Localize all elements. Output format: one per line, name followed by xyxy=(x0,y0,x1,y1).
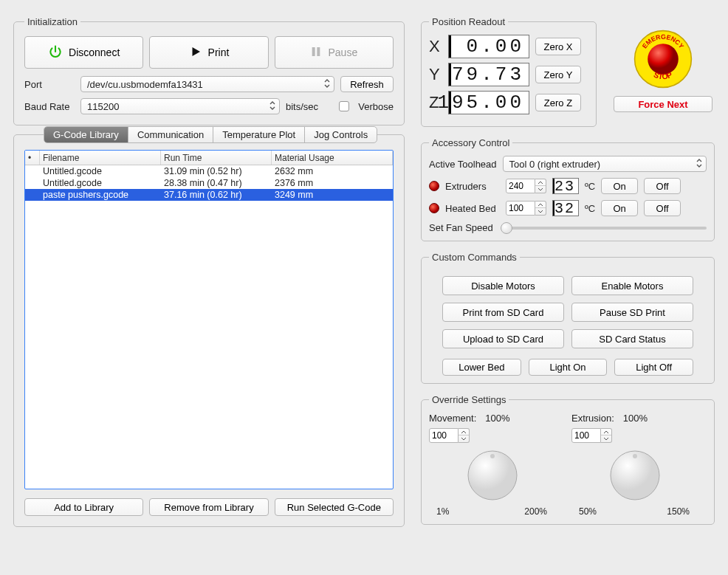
tab-temperature-plot[interactable]: Temperature Plot xyxy=(213,127,305,142)
table-row[interactable]: paste pushers.gcode37.16 min (0.62 hr)32… xyxy=(25,189,393,201)
extruders-off-button[interactable]: Off xyxy=(644,178,681,194)
remove-from-library-button[interactable]: Remove from Library xyxy=(149,498,268,516)
table-row[interactable]: Untitled.gcode28.38 min (0.47 hr)2376 mm xyxy=(25,177,393,189)
zero-axis-button[interactable]: Zero Z xyxy=(535,94,581,111)
extruders-setpoint-stepper[interactable] xyxy=(506,179,546,193)
gcode-table-header: • Filename Run Time Material Usage xyxy=(25,151,393,165)
light-on-button[interactable]: Light On xyxy=(529,359,608,376)
power-icon xyxy=(48,44,63,61)
bed-on-button[interactable]: On xyxy=(601,200,638,216)
extrusion-input[interactable] xyxy=(571,428,601,443)
tab-communication[interactable]: Communication xyxy=(128,127,213,142)
movement-stepper[interactable] xyxy=(429,428,470,443)
upload-sd-button[interactable]: Upload to SD Card xyxy=(442,329,564,348)
stepper-spin[interactable] xyxy=(601,428,612,443)
enable-motors-button[interactable]: Enable Motors xyxy=(571,276,693,295)
pause-button[interactable]: Pause xyxy=(275,36,394,69)
combo-arrows-icon xyxy=(696,158,703,171)
active-toolhead-value: Tool 0 (right extruder) xyxy=(509,159,601,170)
pause-sd-button[interactable]: Pause SD Print xyxy=(571,303,693,322)
print-sd-button[interactable]: Print from SD Card xyxy=(442,303,564,322)
zero-axis-button[interactable]: Zero X xyxy=(535,38,581,55)
cell-filename: Untitled.gcode xyxy=(40,178,161,188)
custom-commands-group: Custom Commands Disable Motors Enable Mo… xyxy=(421,252,715,384)
stepper-spin[interactable] xyxy=(535,201,546,216)
pause-label: Pause xyxy=(328,47,357,58)
pause-icon xyxy=(310,45,322,61)
force-next-button[interactable]: Force Next xyxy=(614,96,712,112)
stepper-spin[interactable] xyxy=(535,179,546,193)
initialization-legend: Initialization xyxy=(24,16,80,27)
position-readout-group: Position Readout X0.00Zero XY79.73Zero Y… xyxy=(421,16,597,127)
col-filename[interactable]: Filename xyxy=(40,151,161,165)
axis-readout: 0.00 xyxy=(448,35,529,58)
fan-speed-slider[interactable] xyxy=(501,227,707,230)
movement-label: Movement: xyxy=(429,413,476,424)
bed-setpoint-input[interactable] xyxy=(506,201,535,216)
movement-knob[interactable]: 1% 200% xyxy=(429,443,554,517)
svg-rect-0 xyxy=(312,47,315,56)
extrusion-scale-min: 50% xyxy=(579,506,597,517)
cell-material: 2632 mm xyxy=(272,166,393,176)
axis-label: Y xyxy=(429,65,442,84)
initialization-group: Initialization Disconnect Print xyxy=(13,16,405,125)
refresh-button[interactable]: Refresh xyxy=(340,76,394,92)
fan-speed-label: Set Fan Speed xyxy=(429,222,493,233)
tab-jog-controls[interactable]: Jog Controls xyxy=(305,127,377,142)
cell-material: 3249 mm xyxy=(272,190,393,200)
slider-thumb-icon[interactable] xyxy=(501,222,512,234)
override-legend: Override Settings xyxy=(429,394,509,405)
bed-temp-readout: 32 xyxy=(552,200,579,216)
light-off-button[interactable]: Light Off xyxy=(614,359,693,376)
active-toolhead-combo[interactable]: Tool 0 (right extruder) xyxy=(503,156,707,172)
port-combo[interactable]: /dev/cu.usbmodemfa13431 xyxy=(80,76,334,92)
port-value: /dev/cu.usbmodemfa13431 xyxy=(87,79,203,90)
bed-setpoint-stepper[interactable] xyxy=(506,201,546,216)
verbose-label: Verbose xyxy=(358,101,394,112)
col-runtime[interactable]: Run Time xyxy=(161,151,272,165)
tabbar: G-Code Library Communication Temperature… xyxy=(44,126,377,143)
extrusion-pct: 100% xyxy=(623,413,648,424)
cell-filename: paste pushers.gcode xyxy=(40,190,161,200)
lower-bed-button[interactable]: Lower Bed xyxy=(442,359,521,376)
baud-label: Baud Rate xyxy=(24,101,75,112)
position-row: X0.00Zero X xyxy=(429,35,588,58)
print-button[interactable]: Print xyxy=(149,36,268,69)
axis-readout: 79.73 xyxy=(448,63,529,86)
extruders-temp-readout: 23 xyxy=(552,178,579,194)
svg-point-5 xyxy=(633,454,637,458)
position-row: Z195.00Zero Z xyxy=(429,91,588,114)
emergency-stop-button[interactable]: EMERGENCY STOP xyxy=(633,30,693,89)
degc-label: ºC xyxy=(585,181,595,192)
custom-commands-legend: Custom Commands xyxy=(429,252,520,263)
axis-label: X xyxy=(429,37,442,56)
svg-point-7 xyxy=(648,44,679,75)
play-icon xyxy=(189,45,202,61)
gcode-table[interactable]: • Filename Run Time Material Usage Untit… xyxy=(24,150,394,489)
run-selected-gcode-button[interactable]: Run Selected G-Code xyxy=(275,498,394,516)
extruders-on-button[interactable]: On xyxy=(601,178,638,194)
zero-axis-button[interactable]: Zero Y xyxy=(535,66,581,83)
extrusion-knob[interactable]: 50% 150% xyxy=(571,443,697,517)
extruders-label: Extruders xyxy=(445,181,500,192)
add-to-library-button[interactable]: Add to Library xyxy=(24,498,143,516)
tab-gcode-library[interactable]: G-Code Library xyxy=(44,127,128,142)
accessory-legend: Accessory Control xyxy=(429,137,512,148)
baud-combo[interactable]: 115200 xyxy=(80,98,280,114)
cell-runtime: 28.38 min (0.47 hr) xyxy=(161,178,272,188)
stepper-spin[interactable] xyxy=(459,428,470,443)
disconnect-label: Disconnect xyxy=(69,47,120,58)
bed-off-button[interactable]: Off xyxy=(644,200,681,216)
table-row[interactable]: Untitled.gcode31.09 min (0.52 hr)2632 mm xyxy=(25,165,393,177)
override-settings-group: Override Settings Movement: 100% xyxy=(421,394,715,525)
movement-input[interactable] xyxy=(429,428,459,443)
accessory-control-group: Accessory Control Active Toolhead Tool 0… xyxy=(421,137,715,241)
cell-runtime: 31.09 min (0.52 hr) xyxy=(161,166,272,176)
col-material[interactable]: Material Usage xyxy=(272,151,393,165)
disable-motors-button[interactable]: Disable Motors xyxy=(442,276,564,295)
extruders-setpoint-input[interactable] xyxy=(506,179,535,193)
extrusion-stepper[interactable] xyxy=(571,428,612,443)
disconnect-button[interactable]: Disconnect xyxy=(24,36,143,69)
sd-status-button[interactable]: SD Card Status xyxy=(571,329,693,348)
verbose-checkbox[interactable] xyxy=(339,101,349,111)
